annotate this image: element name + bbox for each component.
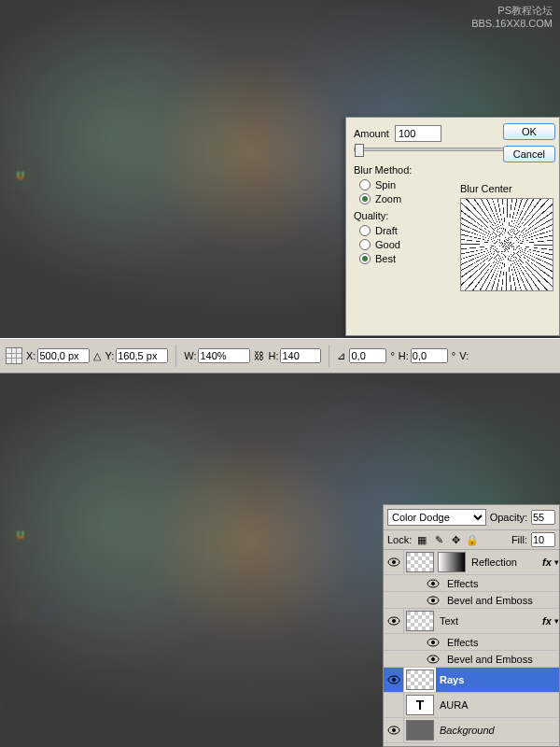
text-layer-icon: T <box>406 695 434 715</box>
fill-label: Fill: <box>511 534 527 545</box>
opacity-label: Opacity: <box>490 512 527 523</box>
bevel-row[interactable]: Bevel and Emboss <box>384 592 559 609</box>
options-bar: X: △ Y: W: ⛓ H: ⊿ ° H: ° V: <box>0 338 560 374</box>
layer-background[interactable]: Background <box>384 718 559 743</box>
h-label: H: <box>268 350 278 361</box>
blur-method-label: Blur Method: <box>354 164 447 176</box>
visibility-icon[interactable] <box>384 718 404 742</box>
svg-point-7 <box>392 619 396 623</box>
effects-row[interactable]: Effects <box>384 575 559 592</box>
y-label: Y: <box>105 350 114 361</box>
degree-icon: ° <box>390 350 394 361</box>
aura-reflection: AUR <box>0 592 69 695</box>
aura-text-top: AURA <box>0 42 67 338</box>
fx-icon[interactable]: fx <box>541 557 553 568</box>
ok-button[interactable]: OK <box>503 123 555 140</box>
chevron-down-icon[interactable]: ▾ <box>554 557 559 567</box>
lock-transparency-icon[interactable]: ▦ <box>415 533 428 546</box>
layers-panel: Color Dodge Opacity: Lock: ▦ ✎ ✥ 🔒 Fill:… <box>383 504 560 747</box>
visibility-icon[interactable] <box>384 668 404 692</box>
blend-mode-select[interactable]: Color Dodge <box>387 509 486 526</box>
layer-reflection[interactable]: Reflection fx▾ <box>384 550 559 575</box>
svg-point-1 <box>392 560 396 564</box>
layer-thumb <box>406 669 434 690</box>
fill-input[interactable] <box>531 532 555 547</box>
svg-point-5 <box>431 599 435 602</box>
amount-label: Amount <box>354 128 389 139</box>
angle-icon: ⊿ <box>337 350 345 362</box>
x-label: X: <box>26 350 35 361</box>
lock-label: Lock: <box>387 534 412 545</box>
blur-center-label: Blur Center <box>460 183 553 194</box>
radio-zoom[interactable]: Zoom <box>359 193 447 204</box>
degree-icon-2: ° <box>452 350 455 361</box>
radio-good[interactable]: Good <box>359 239 447 250</box>
x-input[interactable] <box>37 348 90 363</box>
angle-input[interactable] <box>349 348 386 363</box>
effects-row-2[interactable]: Effects <box>384 634 559 651</box>
fx-icon[interactable]: fx <box>541 615 553 627</box>
h-input[interactable] <box>280 348 321 363</box>
layer-thumb <box>406 720 434 740</box>
delta-icon[interactable]: △ <box>93 350 101 362</box>
layer-rays[interactable]: Rays <box>384 668 559 693</box>
amount-input[interactable] <box>395 125 441 142</box>
link-icon[interactable]: ⛓ <box>254 350 264 361</box>
y-input[interactable] <box>116 348 168 363</box>
w-label: W: <box>184 350 196 361</box>
lock-position-icon[interactable]: ✥ <box>449 533 462 546</box>
layer-aura[interactable]: T AURA <box>384 693 559 718</box>
svg-point-13 <box>392 678 396 682</box>
layers-list: Reflection fx▾ Effects Bevel and Emboss … <box>384 550 559 746</box>
hskew-input[interactable] <box>411 348 448 363</box>
radio-draft[interactable]: Draft <box>359 225 447 236</box>
reference-point-icon[interactable] <box>6 347 22 364</box>
layer-text[interactable]: Text fx▾ <box>384 609 559 634</box>
radio-spin[interactable]: Spin <box>359 179 447 190</box>
svg-point-11 <box>431 657 435 661</box>
opacity-input[interactable] <box>531 510 555 525</box>
chevron-down-icon[interactable]: ▾ <box>554 616 559 626</box>
blur-center-box[interactable] <box>460 198 553 291</box>
slider-knob[interactable] <box>355 144 364 157</box>
w-input[interactable] <box>198 348 250 363</box>
radio-best[interactable]: Best <box>359 253 447 264</box>
quality-label: Quality: <box>354 210 447 221</box>
svg-point-3 <box>431 582 435 585</box>
visibility-icon[interactable] <box>384 550 404 574</box>
layer-mask <box>438 552 466 572</box>
svg-point-9 <box>431 641 435 644</box>
radial-blur-dialog: Amount OK Cancel Blur Method: Spin Zoom … <box>345 117 560 336</box>
visibility-icon[interactable] <box>384 609 404 633</box>
cancel-button[interactable]: Cancel <box>503 146 555 162</box>
hskew-label: H: <box>399 350 409 361</box>
lock-pixels-icon[interactable]: ✎ <box>432 533 445 546</box>
svg-point-15 <box>392 728 396 732</box>
visibility-icon[interactable] <box>384 693 404 717</box>
vskew-label: V: <box>459 350 469 361</box>
bevel-row-2[interactable]: Bevel and Emboss <box>384 651 559 668</box>
lock-all-icon[interactable]: 🔒 <box>466 533 479 546</box>
layer-thumb <box>406 611 434 631</box>
layer-thumb <box>406 552 434 572</box>
watermark-top: PS教程论坛 BBS.16XX8.COM <box>471 4 553 30</box>
